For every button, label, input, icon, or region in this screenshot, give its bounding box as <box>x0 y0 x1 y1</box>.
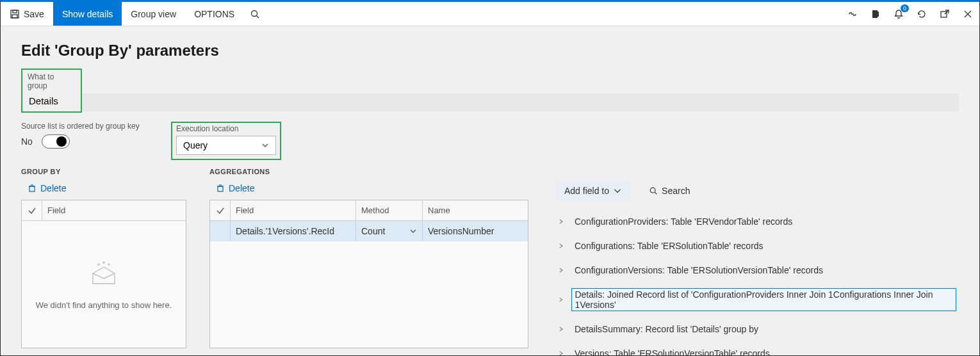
agg-row-name[interactable]: VersionsNumber <box>423 221 528 241</box>
tree-item[interactable]: ConfigurationProviders: Table 'ERVendorT… <box>555 213 959 231</box>
connect-button[interactable] <box>841 2 864 26</box>
ordered-label: Source list is ordered by group key <box>21 122 171 131</box>
toolbar: Save Show details Group view OPTIONS 0 <box>1 2 979 26</box>
agg-delete-button[interactable]: Delete <box>209 183 528 193</box>
tree-item[interactable]: Versions: Table 'ERSolutionVersionTable'… <box>555 344 959 355</box>
groupby-field-header[interactable]: Field <box>42 200 186 220</box>
what-to-group-label: What to group <box>22 70 81 92</box>
check-icon <box>28 206 37 215</box>
agg-row-mark[interactable] <box>210 221 231 241</box>
svg-rect-5 <box>872 10 878 18</box>
save-button[interactable]: Save <box>1 2 53 26</box>
toggle-knob <box>56 136 67 147</box>
add-field-to-label: Add field to <box>564 186 609 196</box>
tree-item-label: ConfigurationProviders: Table 'ERVendorT… <box>572 215 795 228</box>
columns: GROUP BY Delete Field We didn't find any… <box>21 168 959 355</box>
group-view-button[interactable]: Group view <box>122 2 185 26</box>
agg-method-header[interactable]: Method <box>356 200 423 220</box>
exec-highlight: Execution location Query <box>171 122 281 160</box>
groupby-delete-button[interactable]: Delete <box>21 183 186 193</box>
page-title: Edit 'Group By' parameters <box>21 42 959 60</box>
agg-name-header[interactable]: Name <box>423 200 528 220</box>
expand-icon <box>558 296 564 303</box>
notification-badge: 0 <box>901 4 909 12</box>
office-icon <box>870 9 881 19</box>
exec-value: Query <box>183 140 208 150</box>
chevron-down-icon <box>613 186 622 195</box>
svg-point-3 <box>252 10 257 16</box>
svg-rect-7 <box>941 12 947 17</box>
options-label: OPTIONS <box>194 9 234 19</box>
svg-rect-1 <box>13 10 17 13</box>
toolbar-search-button[interactable] <box>243 2 266 26</box>
right-column: Add field to Search ConfigurationProvide… <box>551 168 959 355</box>
tree-item-label: Versions: Table 'ERSolutionVersionTable'… <box>572 347 772 355</box>
expand-icon <box>558 243 564 249</box>
tree-search-button[interactable]: Search <box>649 186 690 196</box>
agg-row[interactable]: Details.'1Versions'.RecId Count Versions… <box>210 221 528 241</box>
notifications-button[interactable]: 0 <box>887 2 910 26</box>
expand-icon <box>558 350 564 355</box>
groupby-delete-label: Delete <box>40 183 66 193</box>
svg-point-20 <box>650 188 655 193</box>
refresh-button[interactable] <box>910 2 933 26</box>
agg-section: AGGREGATIONS Delete Field Method Name <box>209 168 528 348</box>
popout-button[interactable] <box>933 2 956 26</box>
what-to-group-region: What to group Details <box>21 69 959 113</box>
refresh-icon <box>917 9 927 19</box>
what-to-group-value[interactable]: Details <box>22 92 74 111</box>
close-button[interactable] <box>956 2 979 26</box>
svg-point-15 <box>103 262 104 263</box>
agg-body: Details.'1Versions'.RecId Count Versions… <box>210 221 528 348</box>
exec-label: Execution location <box>176 124 276 133</box>
agg-row-method[interactable]: Count <box>356 221 423 241</box>
ordered-toggle[interactable] <box>42 134 70 149</box>
trash-icon <box>28 184 37 193</box>
right-tools: Add field to Search <box>551 181 959 201</box>
groupby-grid-header: Field <box>22 200 186 221</box>
groupby-title: GROUP BY <box>21 168 186 175</box>
agg-field-header[interactable]: Field <box>231 200 356 220</box>
agg-title: AGGREGATIONS <box>209 168 528 175</box>
search-icon <box>250 9 260 19</box>
groupby-check-header[interactable] <box>22 200 42 220</box>
tree-item[interactable]: Details: Joined Record list of 'Configur… <box>555 286 959 314</box>
groupby-section: GROUP BY Delete Field We didn't find any… <box>21 168 186 348</box>
expand-icon <box>558 218 564 225</box>
groupby-grid: Field We didn't find anything to show he… <box>21 200 186 348</box>
add-field-to-button[interactable]: Add field to <box>555 181 631 201</box>
groupby-empty-text: We didn't find anything to show here. <box>36 300 172 310</box>
empty-box-icon <box>89 259 118 291</box>
content-area: Edit 'Group By' parameters What to group… <box>1 26 979 355</box>
tree-item[interactable]: ConfigurationVersions: Table 'ERSolution… <box>555 261 959 279</box>
svg-rect-2 <box>12 15 17 18</box>
office-button[interactable] <box>864 2 887 26</box>
agg-check-header[interactable] <box>210 200 231 220</box>
ordered-col: Source list is ordered by group key No <box>21 122 171 149</box>
tree-item[interactable]: DetailsSummary: Record list 'Details' gr… <box>555 320 959 338</box>
agg-grid-header: Field Method Name <box>210 200 528 221</box>
options-button[interactable]: OPTIONS <box>185 2 243 26</box>
svg-point-14 <box>98 264 99 265</box>
tree-item-label: Configurations: Table 'ERSolutionTable' … <box>572 239 766 252</box>
check-icon <box>216 206 225 215</box>
svg-line-21 <box>655 192 657 194</box>
expand-icon <box>558 267 564 273</box>
what-to-group-highlight: What to group Details <box>21 69 82 113</box>
exec-select[interactable]: Query <box>176 136 276 155</box>
tree-item[interactable]: Configurations: Table 'ERSolutionTable' … <box>555 237 959 255</box>
groupby-empty-body: We didn't find anything to show here. <box>22 221 186 348</box>
close-icon <box>963 9 973 19</box>
chevron-down-icon <box>261 142 269 149</box>
expand-icon <box>558 326 564 332</box>
show-details-button[interactable]: Show details <box>53 2 122 26</box>
what-to-group-bar <box>82 93 959 111</box>
tree-item-label: ConfigurationVersions: Table 'ERSolution… <box>572 264 826 277</box>
tree-search-label: Search <box>662 186 690 196</box>
agg-row-field[interactable]: Details.'1Versions'.RecId <box>231 221 356 241</box>
agg-row-method-value: Count <box>361 226 385 236</box>
datasource-tree: ConfigurationProviders: Table 'ERVendorT… <box>551 213 959 355</box>
svg-rect-6 <box>878 12 879 17</box>
agg-delete-label: Delete <box>229 183 254 193</box>
link-icon <box>847 9 858 19</box>
